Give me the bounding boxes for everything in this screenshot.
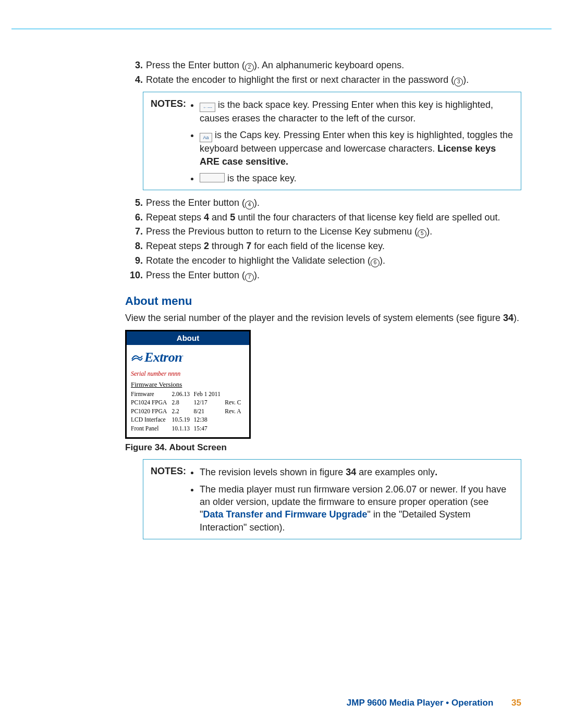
step-text: Press the Previous button to return to t… xyxy=(146,225,521,238)
notes-list: The revision levels shown in figure 34 a… xyxy=(190,465,513,533)
fw-value: 2.06.13 xyxy=(172,390,193,399)
notes-label: NOTES: xyxy=(151,465,190,533)
page-number: 35 xyxy=(511,698,521,708)
note-revision: The revision levels shown in figure 34 a… xyxy=(200,466,513,478)
fw-name: PC1024 FPGA xyxy=(131,399,172,408)
page-footer: JMP 9600 Media Player • Operation 35 xyxy=(347,698,521,708)
fw-value: Rev. C xyxy=(225,399,245,408)
step-number: 7. xyxy=(125,225,146,238)
step-text: Repeat steps 4 and 5 until the four char… xyxy=(146,211,521,224)
table-row: PC1020 FPGA2.28/21Rev. A xyxy=(131,408,245,416)
table-row: Firmware2.06.13Feb 1 2011 xyxy=(131,390,245,399)
fw-value xyxy=(225,390,245,399)
fw-value: 10.5.19 xyxy=(172,416,193,425)
fw-value xyxy=(225,425,245,434)
note-text: is the back space key. Pressing Enter wh… xyxy=(200,100,493,124)
document-page: 3.Press the Enter button (2). An alphanu… xyxy=(0,0,563,728)
caps-key-icon: Aa xyxy=(200,133,212,142)
step: 7.Press the Previous button to return to… xyxy=(125,225,521,238)
about-intro-tail: ). xyxy=(513,313,519,323)
fw-value: 10.1.13 xyxy=(172,425,193,434)
about-intro: View the serial number of the player and… xyxy=(125,312,521,324)
note-text: is the space key. xyxy=(227,173,297,183)
note-text: are examples only xyxy=(356,467,435,477)
firmware-versions-header: Firmware Versions xyxy=(131,380,245,389)
fw-value: 12/17 xyxy=(194,399,225,408)
note-punct: . xyxy=(435,467,437,477)
about-screen-body: Extron. Serial number nnnn Firmware Vers… xyxy=(127,345,249,437)
step-text: Press the Enter button (7). xyxy=(146,269,521,282)
fw-value: Feb 1 2011 xyxy=(194,390,225,399)
backspace-key-icon: ←--- xyxy=(200,103,215,112)
step-number: 6. xyxy=(125,211,146,224)
step-number: 3. xyxy=(125,59,146,72)
notes-box-about: NOTES: The revision levels shown in figu… xyxy=(143,459,521,539)
step-number: 8. xyxy=(125,240,146,252)
step-text: Press the Enter button (2). An alphanume… xyxy=(146,59,521,72)
footer-title: JMP 9600 Media Player • Operation xyxy=(347,698,494,708)
note-text: The revision levels shown in figure xyxy=(200,467,346,477)
fw-name: LCD Interface xyxy=(131,416,172,425)
firmware-table: Firmware2.06.13Feb 1 2011PC1024 FPGA2.81… xyxy=(131,390,245,434)
note-space: is the space key. xyxy=(200,172,513,184)
step: 8.Repeat steps 2 through 7 for each fiel… xyxy=(125,240,521,252)
step: 9.Rotate the encoder to highlight the Va… xyxy=(125,254,521,267)
note-firmware: The media player must run firmware versi… xyxy=(200,483,513,534)
table-row: LCD Interface10.5.1912:38 xyxy=(131,416,245,425)
figure-caption: Figure 34. About Screen xyxy=(125,442,521,454)
fw-value: 12:38 xyxy=(194,416,225,425)
fw-name: Firmware xyxy=(131,390,172,399)
table-row: Front Panel10.1.1315:47 xyxy=(131,425,245,434)
fw-value: 2.2 xyxy=(172,408,193,416)
extron-logo: Extron. xyxy=(131,348,245,366)
fw-value: 2.8 xyxy=(172,399,193,408)
about-intro-text: View the serial number of the player and… xyxy=(125,313,503,323)
figure-ref: 34 xyxy=(346,467,356,477)
notes-list: ←--- is the back space key. Pressing Ent… xyxy=(190,97,513,184)
step: 5.Press the Enter button (4). xyxy=(125,196,521,209)
fw-name: Front Panel xyxy=(131,425,172,434)
note-backspace: ←--- is the back space key. Pressing Ent… xyxy=(200,98,513,125)
step-number: 10. xyxy=(125,269,146,282)
about-menu-heading: About menu xyxy=(125,293,521,309)
step-text: Repeat steps 2 through 7 for each field … xyxy=(146,240,521,252)
serial-number-line: Serial number nnnn xyxy=(131,369,245,378)
fw-name: PC1020 FPGA xyxy=(131,408,172,416)
extron-logo-text: Extron xyxy=(144,350,182,365)
step-text: Rotate the encoder to highlight the firs… xyxy=(146,73,521,87)
about-screen-title: About xyxy=(127,331,249,345)
notes-box-keyboard: NOTES: ←--- is the back space key. Press… xyxy=(143,92,521,190)
page-top-rule xyxy=(11,29,552,29)
space-key-icon xyxy=(200,173,225,182)
step-number: 4. xyxy=(125,73,146,87)
about-screen-figure: About Extron. Serial number nnnn Firmwar… xyxy=(125,330,251,439)
step: 4.Rotate the encoder to highlight the fi… xyxy=(125,73,521,87)
figure-ref: 34 xyxy=(503,313,513,323)
step: 10.Press the Enter button (7). xyxy=(125,269,521,282)
main-content: 3.Press the Enter button (2). An alphanu… xyxy=(125,29,521,539)
notes-label: NOTES: xyxy=(151,97,190,184)
fw-value: Rev. A xyxy=(225,408,245,416)
step: 3.Press the Enter button (2). An alphanu… xyxy=(125,59,521,72)
fw-value xyxy=(225,416,245,425)
step-number: 9. xyxy=(125,254,146,267)
link-data-transfer[interactable]: Data Transfer and Firmware Upgrade xyxy=(203,509,367,520)
step-text: Rotate the encoder to highlight the Vali… xyxy=(146,254,521,267)
fw-value: 8/21 xyxy=(194,408,225,416)
table-row: PC1024 FPGA2.812/17Rev. C xyxy=(131,399,245,408)
step: 6.Repeat steps 4 and 5 until the four ch… xyxy=(125,211,521,224)
step-number: 5. xyxy=(125,196,146,209)
extron-logo-icon xyxy=(131,350,143,361)
note-caps: Aa is the Caps key. Pressing Enter when … xyxy=(200,129,513,168)
step-text: Press the Enter button (4). xyxy=(146,196,521,209)
fw-value: 15:47 xyxy=(194,425,225,434)
